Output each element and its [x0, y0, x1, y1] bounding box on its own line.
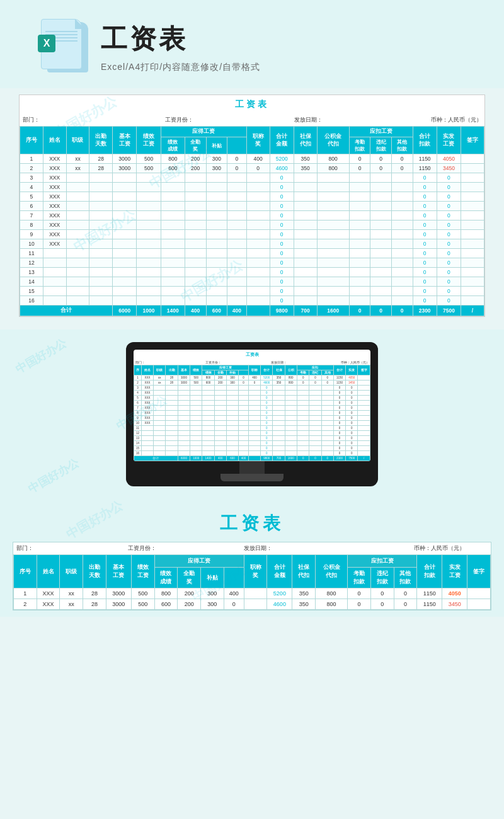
col-level: 职级 — [66, 127, 89, 154]
date-label: 发放日期： — [246, 114, 370, 127]
col-name: 姓名 — [43, 127, 66, 154]
col-full: 全勤奖 — [185, 137, 206, 154]
monitor-frame: 工资表 部门：工资月份：发放日期：币种：人民币（元） 序姓名职级出勤 基本绩效 … — [126, 342, 378, 486]
col-perf: 绩效工资 — [137, 127, 161, 154]
col-social: 社保代扣 — [294, 127, 317, 154]
table-row: 13000 — [20, 268, 484, 277]
col-seq: 序号 — [20, 127, 43, 154]
col-base: 基本工资 — [113, 127, 137, 154]
table-row: 15000 — [20, 287, 484, 296]
col-title-award: 职称奖 — [246, 127, 270, 154]
total-label: 合计 — [20, 306, 113, 316]
bt-table-row: 2 XXX xx 28 3000 500 600 200 300 0 4600 … — [14, 599, 491, 610]
col-achieve: 绩效成绩 — [161, 137, 185, 154]
table-row: 8XXX000 — [20, 220, 484, 230]
salary-table-1: 工资表 部门： 工资月份： 发放日期： 币种：人民币（元） 序号 姓名 职级 出… — [20, 95, 484, 316]
table-row: 1 XXX xx 28 3000 500 800 200 300 0 400 5… — [20, 154, 484, 164]
info-row: 部门： 工资月份： 发放日期： 币种：人民币（元） — [20, 114, 484, 127]
monitor-screen: 工资表 部门：工资月份：发放日期：币种：人民币（元） 序姓名职级出勤 基本绩效 … — [134, 350, 370, 461]
table-row: 12000 — [20, 258, 484, 268]
col-attend: 考勤扣款 — [349, 137, 370, 154]
mini-salary-table: 工资表 部门：工资月份：发放日期：币种：人民币（元） 序姓名职级出勤 基本绩效 … — [134, 350, 370, 461]
bottom-table-container: 部门： 工资月份： 发放日期： 币种：人民币（元） 序号 姓名 职级 出勤天数 … — [13, 542, 491, 610]
col-actual: 实发工资 — [437, 127, 461, 154]
table-row: 6XXX000 — [20, 202, 484, 211]
table-row: 5XXX000 — [20, 192, 484, 202]
col-total: 合计金额 — [270, 127, 294, 154]
monitor-section: 中国好办公 中国好办公 中国好办公 工资表 部门：工资月份：发放日期：币种：人民… — [0, 329, 504, 499]
col-deduct-group: 应扣工资 — [349, 127, 413, 137]
col-other: 其他扣款 — [391, 137, 413, 154]
col-sign: 签字 — [461, 127, 484, 154]
col-empty — [227, 137, 247, 154]
spreadsheet-1: 中国好办公 中国好办公 中国好办公 中国好办公 工资表 部门： 工资月份： 发放… — [19, 94, 485, 317]
table-row: 16000 — [20, 296, 484, 306]
bt-header-1: 序号 姓名 职级 出勤天数 基本工资 绩效工资 应得工资 职称奖 合计金额 社保… — [14, 555, 491, 568]
bottom-section: 中国好办公 中国好办公 工资表 部门： 工资月份： 发放日期： 币种：人民币（元… — [0, 499, 504, 617]
table-row: 14000 — [20, 277, 484, 287]
col-days: 出勤天数 — [89, 127, 113, 154]
excel-icon: X — [38, 19, 88, 76]
table-title-row: 工资表 — [20, 95, 484, 114]
title-block: 工资表 Excel/A4打印/内容随意修改/自带格式 — [101, 21, 466, 73]
table-row: 2 XXX xx 28 3000 500 600 200 300 0 0 460… — [20, 164, 484, 173]
table-row: 9XXX000 — [20, 230, 484, 239]
sub-title: Excel/A4打印/内容随意修改/自带格式 — [101, 62, 466, 73]
col-deduct-total: 合计扣款 — [413, 127, 437, 154]
col-discipline: 违纪扣款 — [370, 137, 392, 154]
table-row: 3XXX000 — [20, 173, 484, 183]
table-row: 7XXX000 — [20, 211, 484, 220]
bt-table-row: 1 XXX xx 28 3000 500 800 200 300 400 520… — [14, 588, 491, 599]
dept-label: 部门： — [20, 114, 113, 127]
table-row: 4XXX000 — [20, 183, 484, 192]
col-allowance: 补贴 — [206, 137, 227, 154]
col-fund: 公积金代扣 — [317, 127, 349, 154]
bt-info-row: 部门： 工资月份： 发放日期： 币种：人民币（元） — [14, 542, 491, 555]
monitor: 工资表 部门：工资月份：发放日期：币种：人民币（元） 序姓名职级出勤 基本绩效 … — [126, 342, 378, 486]
main-title: 工资表 — [101, 21, 466, 57]
table-row: 11000 — [20, 249, 484, 258]
table-title: 工资表 — [20, 95, 484, 114]
col-earned-group: 应得工资 — [161, 127, 246, 137]
bottom-salary-table: 部门： 工资月份： 发放日期： 币种：人民币（元） 序号 姓名 职级 出勤天数 … — [13, 542, 491, 610]
x-icon: X — [38, 35, 55, 52]
currency-label: 币种：人民币（元） — [370, 114, 484, 127]
table-row: 10XXX000 — [20, 239, 484, 249]
month-label: 工资月份： — [113, 114, 247, 127]
bottom-title: 工资表 — [13, 512, 491, 536]
header-row-1: 序号 姓名 职级 出勤天数 基本工资 绩效工资 应得工资 职称奖 合计金额 社保… — [20, 127, 484, 137]
total-row: 合计 6000 1000 1400 400 600 400 9800 700 1… — [20, 306, 484, 316]
top-header: X 工资表 Excel/A4打印/内容随意修改/自带格式 — [0, 0, 504, 88]
